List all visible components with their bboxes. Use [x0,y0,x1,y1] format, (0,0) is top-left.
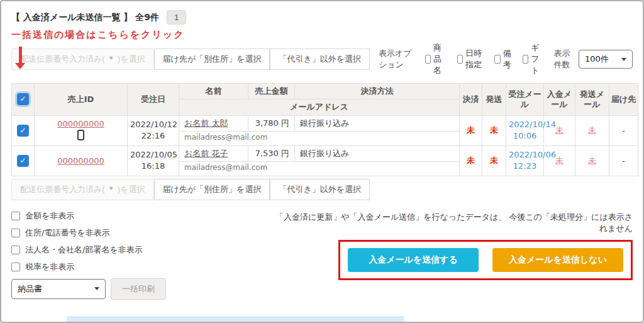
option-gift-checkbox[interactable]: ギフト [523,42,546,76]
bulk-print-button[interactable]: 一括印刷 [111,278,166,300]
order-mail-cell: 2022/10/0612:23 [506,145,544,176]
settled-flag: 未 [467,156,475,165]
chevron-down-icon [621,58,626,61]
select-alt-address-button[interactable]: 届け先が「別住所」を選択 [154,179,270,200]
mail-action-highlight-box: 入金メールを送信する 入金メールを送信しない [338,240,633,280]
hide-company-checkbox[interactable]: 法人名・会社名/部署名を非表示 [11,244,275,256]
option-product-name-checkbox[interactable]: 商品名 [425,42,448,76]
top-toolbar: 配送伝票番号入力済み( ＊ )を選択 届け先が「別住所」を選択 「代引き」以外を… [11,42,633,76]
order-date: 2022/10/05 [130,150,177,159]
header-shipped: 発送 [482,84,506,116]
header-email: メールアドレス [179,99,460,115]
order-date: 2022/10/12 [130,120,177,129]
page-size-label: 表示件数 [553,48,575,71]
hide-address-checkbox[interactable]: 住所/電話番号を非表示 [11,227,275,239]
hide-amount-label: 金額を非表示 [25,210,74,222]
shipped-flag: 未 [490,125,498,135]
checkbox-icon [425,55,431,64]
settled-flag: 未 [467,125,475,135]
select-tracking-entered-button[interactable]: 配送伝票番号入力済み( ＊ )を選択 [11,48,154,70]
option-note-checkbox[interactable]: 備考 [494,48,514,71]
option-note-label: 備考 [503,48,514,71]
table-header-row: ✓ 売上ID 受注日 名前 売上金額 決済方法 決済 発送 受注メール 入金メー… [12,84,638,99]
hide-amount-checkbox[interactable]: 金額を非表示 [11,210,275,222]
sale-id-link[interactable]: 000000000 [57,156,104,166]
print-controls: 納品書 一括印刷 [11,278,275,300]
checkbox-icon [11,229,20,237]
header-amount: 売上金額 [248,84,295,99]
chevron-down-icon [94,287,99,290]
shipped-flag-cell: 未 [482,115,506,145]
shipping-mail-link[interactable]: 未 [588,156,596,165]
option-datetime-label: 日時指定 [465,48,486,71]
document-type-select[interactable]: 納品書 [11,279,106,299]
payment-method-cell: 銀行振り込み [295,145,460,161]
checkbox-icon [11,246,20,254]
customer-name-link[interactable]: お名前 太郎 [184,118,228,128]
order-time: 16:18 [142,161,165,171]
select-alt-address-button[interactable]: 届け先が「別住所」を選択 [154,48,270,70]
order-date-cell: 2022/10/1222:16 [128,115,179,145]
shipping-mail-link[interactable]: 未 [588,125,596,135]
checkbox-icon [11,212,20,220]
header-order-mail: 受注メール [506,84,544,116]
shipping-mail-cell: 未 [575,145,609,176]
table-row: ✓ 000000000 2022/10/0516:18 お名前 花子 7,530… [12,145,638,161]
destination-cell: - [609,145,638,176]
mail-action-area: 「入金済に更新」や「入金メール送信」を行なったデータは、 今後この「未処理分」に… [275,210,633,300]
payment-mail-link[interactable]: 未 [555,125,564,135]
header-settled: 決済 [460,84,482,116]
lower-section: 金額を非表示 住所/電話番号を非表示 法人名・会社名/部署名を非表示 税率を非表… [11,210,633,300]
customer-name-cell: お名前 太郎 [179,115,248,131]
order-mail-date: 2022/10/06 [509,150,556,159]
email-cell: mailadress@mail.com [179,161,460,176]
shipped-flag-cell: 未 [482,145,506,176]
sale-id-cell: 000000000 [35,145,128,176]
hide-tax-label: 税率を非表示 [25,261,74,273]
shipped-flag: 未 [490,156,498,165]
payment-mail-link[interactable]: 未 [555,156,564,165]
tip-banner: 商品紹介や購入しやすさを改善するヒントは「購入率アップ施策のまとめ」(note) [67,316,404,323]
order-mail-date: 2022/10/14 [509,120,556,129]
header-payment: 決済方法 [295,84,460,99]
checkbox-icon [523,55,528,64]
header-shipping-mail: 発送メール [575,84,609,116]
bottom-toolbar: 配送伝票番号入力済み( ＊ )を選択 届け先が「別住所」を選択 「代引き」以外を… [11,179,633,200]
red-arrow-down-icon [15,47,25,69]
row-checkbox-cell: ✓ [12,115,35,145]
settled-flag-cell: 未 [460,115,482,145]
sale-id-link[interactable]: 000000000 [57,119,104,128]
select-tracking-label-suffix: )を選択 [115,184,145,194]
hide-tax-checkbox[interactable]: 税率を非表示 [11,261,275,273]
skip-payment-mail-button[interactable]: 入金メールを送信しない [492,248,623,272]
header-name: 名前 [179,84,248,99]
tracking-star-mark: ＊ [107,184,115,194]
display-options-label: 表示オプション [379,48,416,71]
payment-method-cell: 銀行振り込み [295,115,460,131]
mobile-phone-icon [77,130,84,140]
option-datetime-checkbox[interactable]: 日時指定 [457,48,486,71]
row-checkbox[interactable]: ✓ [17,125,29,137]
select-tracking-entered-button[interactable]: 配送伝票番号入力済み( ＊ )を選択 [11,179,154,200]
select-non-cod-button[interactable]: 「代引き」以外を選択 [270,179,370,200]
order-mail-cell: 2022/10/1410:06 [506,115,544,145]
sale-id-cell: 000000000 [35,115,128,145]
header-order-date: 受注日 [128,84,179,116]
bulk-send-annotation: 一括送信の場合はこちらをクリック [11,29,633,41]
page-size-select[interactable]: 100件 [579,50,633,69]
customer-name-link[interactable]: お名前 花子 [184,149,228,158]
header-sale-id: 売上ID [35,84,128,116]
settled-flag-cell: 未 [460,145,482,176]
select-non-cod-button[interactable]: 「代引き」以外を選択 [270,48,370,70]
select-tracking-label-suffix: )を選択 [115,54,145,64]
select-all-checkbox[interactable]: ✓ [17,93,29,105]
amount-cell: 3,780 円 [248,115,295,131]
email-cell: mailadress@mail.com [179,131,460,145]
row-checkbox[interactable]: ✓ [17,155,29,167]
order-date-cell: 2022/10/0516:18 [128,145,179,176]
display-filters: 金額を非表示 住所/電話番号を非表示 法人名・会社名/部署名を非表示 税率を非表… [11,210,275,300]
order-time: 22:16 [142,131,165,140]
pagination-page-1-button[interactable]: 1 [167,10,186,25]
customer-name-cell: お名前 花子 [179,145,248,161]
send-payment-mail-button[interactable]: 入金メールを送信する [348,248,479,272]
